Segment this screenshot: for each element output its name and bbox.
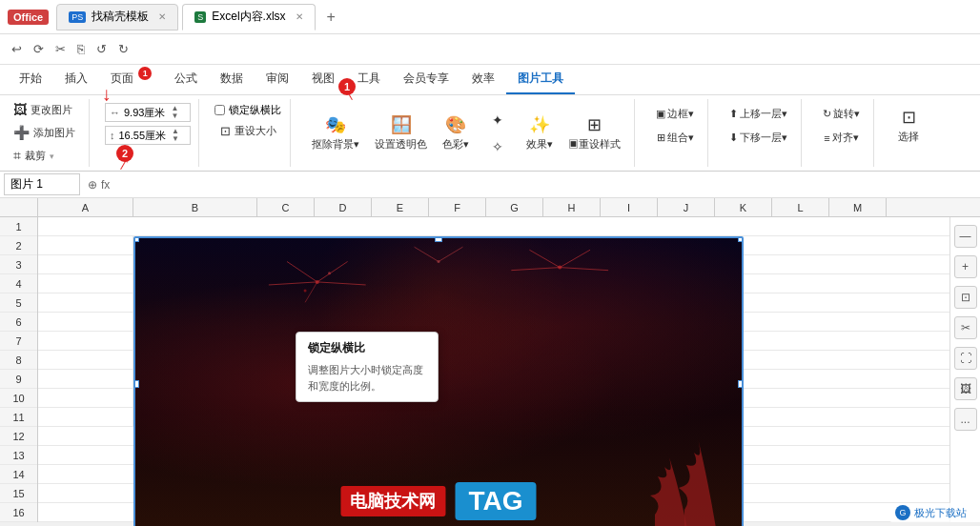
cell-a3[interactable] [38,255,133,273]
panel-more[interactable]: ... [954,408,977,431]
row-2[interactable]: 2 [0,236,37,255]
col-h[interactable]: H [543,198,601,217]
tab-data[interactable]: 数据 [209,65,255,94]
cell-a4[interactable] [38,274,133,293]
panel-expand[interactable]: ⛶ [954,347,977,370]
tab-tools[interactable]: 工具 [346,65,392,94]
tab-start[interactable]: 开始 [8,65,53,94]
quick-undo-icon[interactable]: ⟳ [30,40,48,58]
border-button[interactable]: ▣ 边框▾ [650,103,700,125]
cell-a5[interactable] [38,293,133,312]
crop-button[interactable]: ⌗ 裁剪 ▾ [8,145,60,167]
col-j[interactable]: J [658,198,715,217]
row-10[interactable]: 10 [0,389,37,408]
cell-a6[interactable] [38,313,133,331]
height-down[interactable]: ▼ [172,135,179,143]
height-input[interactable]: ↕ 16.55厘米 ▲ ▼ [105,126,191,145]
col-a[interactable]: A [38,198,133,217]
col-m[interactable]: M [829,198,887,217]
col-i[interactable]: I [601,198,658,217]
row-8[interactable]: 8 [0,351,37,370]
cell-a8[interactable] [38,351,133,369]
reset-size-button[interactable]: ⊡ 重设大小 [214,121,282,141]
tab-review[interactable]: 审阅 [255,65,300,94]
col-e[interactable]: E [372,198,429,217]
group-button[interactable]: ⊞ 组合▾ [650,127,700,149]
lock-ratio-checkbox[interactable] [214,105,225,115]
panel-image[interactable]: 🖼 [954,377,977,400]
cell-a11[interactable] [38,408,133,426]
formula-bar: 图片 1 ⊕ fx [0,172,980,198]
inserted-image[interactable]: 电脑技术网 TAG www.tagxp.com [133,236,744,526]
tab-insert[interactable]: 插入 [53,65,99,94]
cell-a2[interactable] [38,236,133,254]
quick-save-icon[interactable]: ↩ [8,40,26,58]
col-g[interactable]: G [486,198,543,217]
col-f[interactable]: F [429,198,486,217]
move-up-button[interactable]: ⬆ 上移一层▾ [724,103,793,125]
align-button[interactable]: ≡ 对齐▾ [817,127,866,149]
brightness2-button[interactable]: ✧ [479,135,517,158]
row-3[interactable]: 3 [0,255,37,274]
tab-excel[interactable]: S Excel内容.xlsx ✕ [182,4,315,30]
panel-plus[interactable]: + [954,255,977,278]
add-image-button[interactable]: ➕ 添加图片 [8,122,81,143]
tab-efficiency[interactable]: 效率 [460,65,506,94]
resize-ml[interactable] [133,380,139,388]
tab-excel-close[interactable]: ✕ [296,11,303,22]
row-13[interactable]: 13 [0,446,37,465]
tab-ps-close[interactable]: ✕ [158,11,166,22]
resize-tl[interactable] [133,236,139,242]
tab-ps[interactable]: PS 找稿壳模板 ✕ [56,4,178,30]
resize-mr[interactable] [738,380,744,388]
change-image-button[interactable]: 🖼 更改图片 [8,99,78,120]
quick-copy-icon[interactable]: ⎘ [73,40,89,58]
quick-redo-icon[interactable]: ↻ [114,40,133,58]
quick-cut-icon[interactable]: ✂ [51,40,70,58]
quick-undo2-icon[interactable]: ↺ [92,40,111,58]
width-input[interactable]: ↔ 9.93厘米 ▲ ▼ [105,103,191,122]
col-k[interactable]: K [715,198,772,217]
tab-member[interactable]: 会员专享 [392,65,460,94]
row-5[interactable]: 5 [0,293,37,313]
cell-a7[interactable] [38,332,133,350]
col-b[interactable]: B [133,198,257,217]
row-1[interactable]: 1 [0,217,37,236]
new-tab-button[interactable]: + [327,9,336,26]
col-d[interactable]: D [315,198,372,217]
set-transparent-button[interactable]: 🪟 设置透明色 [369,111,433,155]
col-c[interactable]: C [257,198,315,217]
panel-crop[interactable]: ⊡ [954,286,977,309]
width-down[interactable]: ▼ [171,112,178,120]
row-4[interactable]: 4 [0,274,37,293]
row-14[interactable]: 14 [0,465,37,484]
cell-a10[interactable] [38,389,133,407]
row-11[interactable]: 11 [0,408,37,427]
col-l[interactable]: L [772,198,829,217]
cell-a9[interactable] [38,370,133,388]
formula-input[interactable] [117,176,976,193]
row-16[interactable]: 16 [0,503,37,522]
remove-bg-button[interactable]: 🎭 抠除背景▾ [306,111,365,155]
row-numbers: 1 2 3 4 5 6 7 8 9 10 11 12 13 14 15 16 [0,217,38,522]
cell-reference[interactable]: 图片 1 [4,173,80,195]
tab-formula[interactable]: 公式 [163,65,209,94]
resize-tr[interactable] [738,236,744,242]
effects-button[interactable]: ✨ 效果▾ [521,111,559,155]
reset-style-button[interactable]: ⊞ ▣重设样式 [562,111,626,155]
select-button[interactable]: ⊡ 选择 [889,103,928,148]
row-12[interactable]: 12 [0,427,37,446]
row-9[interactable]: 9 [0,370,37,389]
row-7[interactable]: 7 [0,332,37,351]
panel-minus[interactable]: — [954,225,977,248]
row-15[interactable]: 15 [0,484,37,503]
resize-tc[interactable] [435,236,442,242]
tab-image-tools[interactable]: 图片工具 [506,65,575,94]
color-button[interactable]: 🎨 色彩▾ [437,111,475,155]
rotate-button[interactable]: ↻ 旋转▾ [817,103,866,125]
move-down-button[interactable]: ⬇ 下移一层▾ [724,127,793,149]
brightness1-button[interactable]: ✦ [479,109,517,132]
panel-scissors[interactable]: ✂ [954,316,977,339]
tab-view[interactable]: 视图 [300,65,346,94]
row-6[interactable]: 6 [0,313,37,332]
